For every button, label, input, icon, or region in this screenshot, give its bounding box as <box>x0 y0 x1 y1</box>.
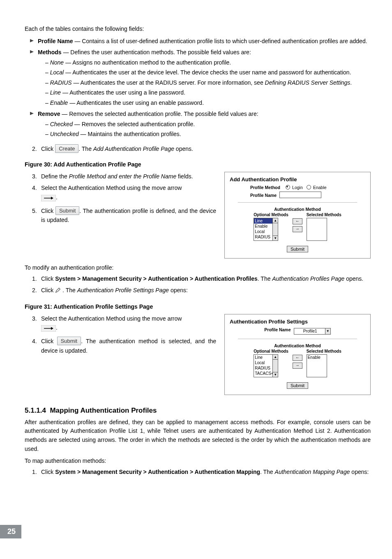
dialog-submit-button[interactable]: Submit <box>287 246 308 252</box>
scrollbar[interactable]: ▲▼ <box>272 355 278 377</box>
optional-listbox[interactable]: Line Enable Local RADIUS ▲▼ <box>254 218 278 241</box>
optional-label: Optional Methods <box>254 213 288 217</box>
step-text-pre: Click <box>41 146 55 152</box>
step-number: 4. <box>32 183 37 192</box>
sub-name: Enable <box>50 99 68 106</box>
step-text-post: opens: <box>350 469 369 475</box>
bullet-methods: Methods — Defines the user authenticatio… <box>38 48 371 107</box>
list-item[interactable]: Enable <box>307 355 327 360</box>
sub-tail-plain: . <box>350 79 352 86</box>
move-left-button[interactable]: ← <box>293 218 302 224</box>
submit-button[interactable]: Submit <box>55 206 79 215</box>
step-number: 2. <box>32 286 37 295</box>
selected-listbox[interactable]: Enable <box>307 354 327 377</box>
step-text-post: fields. <box>176 173 193 180</box>
sub-text: — Assigns no authentication method to th… <box>64 59 231 66</box>
step-text-tail: opens. <box>174 146 193 152</box>
figure-31-caption: Figure 31: Authentication Profile Settin… <box>25 303 371 310</box>
step-text-pre: Click <box>41 338 57 344</box>
radio-label: Login <box>292 185 303 190</box>
auth-method-heading: Authentication Method <box>230 207 365 212</box>
step-text-post: . The <box>78 146 93 152</box>
step-4b: 4. Click Submit. The authentication meth… <box>32 337 216 355</box>
dual-list: Optional Methods Line Local RADIUS TACAC… <box>230 349 365 377</box>
profile-name-dropdown[interactable]: Profile1 <box>294 328 331 335</box>
breadcrumb-path: System > Management Security > Authentic… <box>55 469 260 475</box>
selected-label: Selected Methods <box>307 349 341 353</box>
step-number: 2. <box>32 144 37 153</box>
create-button[interactable]: Create <box>55 144 78 153</box>
bullet-label: Methods <box>38 49 62 55</box>
dual-list: Optional Methods Line Enable Local RADIU… <box>230 213 365 241</box>
step-text-italic: Authentication Profile Settings Page <box>77 287 169 293</box>
sub-name: RADIUS <box>50 79 72 86</box>
section-number: 5.1.1.4 <box>25 407 46 414</box>
figure-30-caption: Figure 30: Add Authentication Profile Pa… <box>25 161 371 168</box>
selected-listbox[interactable] <box>307 218 327 241</box>
step-3: 3. Define the Profile Method and enter t… <box>32 172 216 181</box>
selected-label: Selected Methods <box>307 213 341 217</box>
radio-label: Enable <box>313 185 327 190</box>
step-text-italic: Authentication Profiles Page <box>272 275 344 282</box>
sub-tail-italic: Defining RADIUS Server Settings <box>265 79 350 86</box>
dialog-title: Authentication Profile Settings <box>230 319 365 325</box>
intro-text: Each of the tables contains the followin… <box>25 25 371 34</box>
optional-listbox[interactable]: Line Local RADIUS TACACS+ ▲▼ <box>254 354 278 377</box>
bullet-label: Remove <box>38 111 60 117</box>
step-number: 1. <box>32 467 37 476</box>
edit-pencil-icon[interactable] <box>55 286 61 296</box>
modify-intro: To modify an authentication profile: <box>25 264 371 271</box>
sub-text: — Maintains the authentication profiles. <box>79 131 181 137</box>
step-text-pre: Click <box>41 275 55 282</box>
bullet-remove: Remove — Removes the selected authentica… <box>38 110 371 139</box>
bullet-text: — Contains a list of user-defined authen… <box>73 38 367 44</box>
bullet-arrow-icon <box>30 49 35 55</box>
document-page: Each of the tables contains the followin… <box>0 0 392 543</box>
step-text-pre: Click <box>41 287 55 293</box>
modify-step-1: 1. Click System > Management Security > … <box>32 274 371 283</box>
step-number: 3. <box>32 172 37 181</box>
step-number: 4. <box>32 337 37 346</box>
move-left-button[interactable]: ← <box>293 355 302 361</box>
step-text-pre: Click <box>41 208 55 214</box>
section-title: Mapping Authentication Profiles <box>50 407 157 414</box>
move-arrow-icon <box>41 325 56 334</box>
scrollbar[interactable]: ▲▼ <box>272 218 278 240</box>
move-right-button[interactable]: → <box>293 363 302 369</box>
radio-login[interactable] <box>286 185 290 189</box>
step-2: 2. Click Create. The Add Authentication … <box>32 144 371 153</box>
submit-button[interactable]: Submit <box>57 337 81 345</box>
sub-text: — Authenticates the user using an enable… <box>68 99 204 106</box>
step-text-pre: Click <box>41 469 55 475</box>
step-text-post: opens. <box>344 275 363 282</box>
optional-label: Optional Methods <box>254 349 288 353</box>
step-text-post: opens: <box>169 287 188 293</box>
step-text-post-pre: . The <box>61 287 77 293</box>
section-heading: 5.1.1.4 Mapping Authentication Profiles <box>25 407 371 415</box>
modify-step-2: 2. Click . The Authentication Profile Se… <box>32 286 371 296</box>
bullet-arrow-icon <box>30 38 35 44</box>
auth-profile-settings-dialog: Authentication Profile Settings Profile … <box>224 314 371 395</box>
field-label: Profile Name <box>264 327 291 332</box>
bullet-text: — Defines the user authentication method… <box>62 49 251 55</box>
sub-name: Checked <box>50 121 73 127</box>
section-paragraph: After authentication profiles are define… <box>25 418 371 454</box>
radio-enable[interactable] <box>307 185 311 189</box>
move-right-button[interactable]: → <box>293 226 302 232</box>
dialog-submit-button[interactable]: Submit <box>287 382 308 389</box>
bullet-text: — Removes the selected authentication pr… <box>60 111 258 117</box>
field-label: Profile Method <box>250 185 280 190</box>
step-text-pre: Define the <box>41 173 69 180</box>
step-text-italic: Add Authentication Profile Page <box>93 146 174 152</box>
step-text-post: . <box>56 194 58 201</box>
field-descriptions: Profile Name — Contains a list of user-d… <box>25 37 371 139</box>
bullet-label: Profile Name <box>38 38 73 44</box>
profile-name-input[interactable] <box>279 192 321 198</box>
step-text-pre: Select the Authentication Method using t… <box>41 315 182 322</box>
sub-name: Line <box>50 89 61 96</box>
step-text-italic: Authentication Mapping Page <box>275 469 350 475</box>
sub-text: — Removes the selected authentication pr… <box>73 121 195 127</box>
dialog-title: Add Authentication Profile <box>230 176 365 182</box>
step-4: 4. Select the Authentication Method usin… <box>32 183 216 204</box>
sub-text: — Authenticates the user using a line pa… <box>61 89 185 96</box>
